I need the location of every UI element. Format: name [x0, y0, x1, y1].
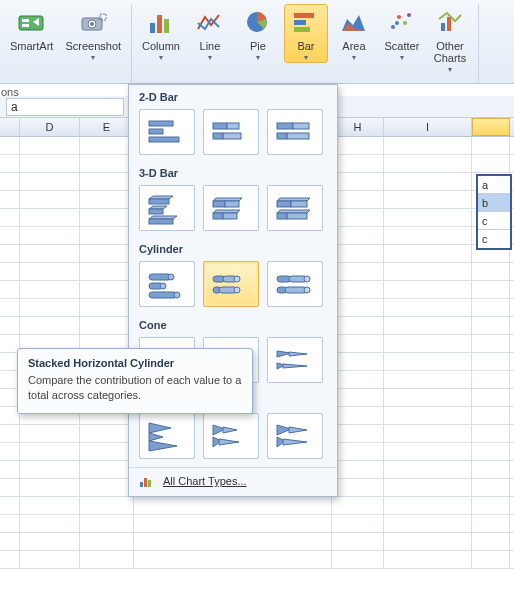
- all-chart-types-button[interactable]: All Chart Types...: [129, 467, 337, 494]
- screenshot-icon: [77, 6, 109, 38]
- svg-point-17: [407, 13, 411, 17]
- chevron-down-icon: ▾: [352, 53, 356, 62]
- other-charts-icon: [434, 6, 466, 38]
- chevron-down-icon: ▾: [91, 53, 95, 62]
- svg-point-51: [234, 276, 240, 282]
- svg-rect-35: [213, 201, 225, 207]
- 100-stacked-cone[interactable]: [267, 337, 323, 383]
- clustered-bar-3d[interactable]: [139, 185, 195, 231]
- ribbon: SmartArt Screenshot ▾ Column ▾ Line ▾: [0, 0, 514, 84]
- section-cylinder: Cylinder: [129, 237, 337, 259]
- 100-stacked-cylinder[interactable]: [267, 261, 323, 307]
- screenshot-button[interactable]: Screenshot ▾: [61, 4, 125, 62]
- all-chart-types-label: All Chart Types...: [163, 475, 247, 487]
- stacked-pyramid[interactable]: [203, 413, 259, 459]
- data-cells: a b c c: [476, 174, 512, 250]
- area-chart-button[interactable]: Area ▾: [332, 4, 376, 62]
- stacked-bar-2d[interactable]: [203, 109, 259, 155]
- svg-rect-26: [213, 133, 223, 139]
- name-box[interactable]: a: [6, 98, 124, 116]
- svg-rect-63: [148, 480, 151, 487]
- cell[interactable]: c: [478, 230, 510, 248]
- other-label: Other Charts: [434, 40, 466, 64]
- svg-rect-25: [227, 123, 239, 129]
- section-2d-bar: 2-D Bar: [129, 85, 337, 107]
- scatter-chart-icon: [386, 6, 418, 38]
- svg-rect-9: [164, 19, 169, 33]
- svg-point-16: [403, 21, 407, 25]
- all-charts-icon: [139, 474, 155, 488]
- svg-point-46: [160, 283, 166, 289]
- smartart-icon: [16, 6, 48, 38]
- area-chart-icon: [338, 6, 370, 38]
- svg-rect-30: [277, 133, 287, 139]
- svg-rect-32: [149, 199, 169, 204]
- pie-label: Pie: [250, 40, 266, 52]
- clustered-cylinder[interactable]: [139, 261, 195, 307]
- svg-point-60: [304, 287, 310, 293]
- clustered-pyramid[interactable]: [139, 413, 195, 459]
- bar-chart-icon: [290, 6, 322, 38]
- bar-chart-dropdown: 2-D Bar 3-D Bar Cylinder Cone Pyramid Al…: [128, 84, 338, 497]
- bar-label: Bar: [297, 40, 314, 52]
- tooltip: Stacked Horizontal Cylinder Compare the …: [17, 348, 253, 414]
- cell[interactable]: a: [478, 176, 510, 194]
- svg-point-14: [391, 25, 395, 29]
- line-label: Line: [200, 40, 221, 52]
- svg-rect-41: [277, 213, 287, 219]
- clustered-bar-2d[interactable]: [139, 109, 195, 155]
- svg-rect-12: [294, 20, 306, 25]
- chevron-down-icon: ▾: [159, 53, 163, 62]
- column-chart-button[interactable]: Column ▾: [138, 4, 184, 62]
- 100-stacked-bar-2d[interactable]: [267, 109, 323, 155]
- svg-rect-47: [149, 292, 177, 298]
- svg-rect-2: [22, 24, 29, 27]
- stacked-bar-3d[interactable]: [203, 185, 259, 231]
- name-box-value: a: [11, 100, 18, 114]
- svg-point-15: [397, 15, 401, 19]
- svg-rect-11: [294, 13, 314, 18]
- svg-rect-42: [287, 213, 307, 219]
- area-label: Area: [342, 40, 365, 52]
- scatter-label: Scatter: [385, 40, 420, 52]
- section-3d-bar: 3-D Bar: [129, 161, 337, 183]
- svg-point-57: [304, 276, 310, 282]
- svg-rect-13: [294, 27, 310, 32]
- cell[interactable]: c: [478, 212, 510, 230]
- scatter-chart-button[interactable]: Scatter ▾: [380, 4, 424, 62]
- column-header-selected[interactable]: [472, 118, 510, 136]
- chevron-down-icon: ▾: [304, 53, 308, 62]
- row-col-corner[interactable]: [0, 118, 20, 136]
- pie-chart-button[interactable]: Pie ▾: [236, 4, 280, 62]
- pie-chart-icon: [242, 6, 274, 38]
- svg-point-44: [168, 274, 174, 280]
- 100-stacked-pyramid[interactable]: [267, 413, 323, 459]
- column-header-d[interactable]: D: [20, 118, 80, 136]
- svg-rect-0: [19, 16, 43, 30]
- chevron-down-icon: ▾: [400, 53, 404, 62]
- column-header-i[interactable]: I: [384, 118, 472, 136]
- smartart-label: SmartArt: [10, 40, 53, 52]
- 100-stacked-bar-3d[interactable]: [267, 185, 323, 231]
- column-chart-icon: [145, 6, 177, 38]
- column-header-e[interactable]: E: [80, 118, 134, 136]
- smartart-button[interactable]: SmartArt: [6, 4, 57, 52]
- svg-point-48: [174, 292, 180, 298]
- svg-rect-27: [223, 133, 241, 139]
- svg-rect-33: [149, 209, 163, 214]
- svg-rect-24: [213, 123, 227, 129]
- stacked-cylinder[interactable]: [203, 261, 259, 307]
- screenshot-label: Screenshot: [65, 40, 121, 52]
- tooltip-title: Stacked Horizontal Cylinder: [28, 357, 242, 369]
- section-cone: Cone: [129, 313, 337, 335]
- bar-chart-button[interactable]: Bar ▾: [284, 4, 328, 63]
- cell[interactable]: b: [478, 194, 510, 212]
- other-charts-button[interactable]: Other Charts ▾: [428, 4, 472, 74]
- column-header-h[interactable]: H: [332, 118, 384, 136]
- svg-rect-29: [293, 123, 309, 129]
- svg-rect-40: [291, 201, 307, 207]
- svg-rect-61: [140, 482, 143, 487]
- line-chart-button[interactable]: Line ▾: [188, 4, 232, 62]
- svg-rect-28: [277, 123, 293, 129]
- svg-rect-19: [441, 23, 445, 31]
